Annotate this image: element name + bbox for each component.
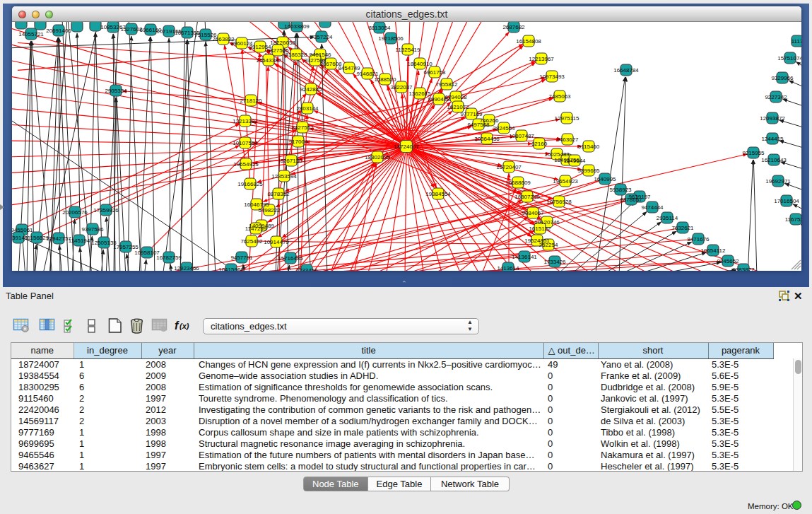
svg-text:10688609: 10688609 bbox=[505, 180, 531, 186]
svg-text:8878352: 8878352 bbox=[267, 191, 290, 197]
svg-text:9084067: 9084067 bbox=[522, 210, 544, 216]
svg-text:16782759: 16782759 bbox=[156, 255, 182, 261]
svg-text:10756928: 10756928 bbox=[546, 199, 572, 205]
svg-text:18807249: 18807249 bbox=[514, 194, 540, 200]
svg-text:11325419: 11325419 bbox=[396, 47, 421, 53]
svg-text:9227342: 9227342 bbox=[765, 94, 787, 100]
svg-text:8267130: 8267130 bbox=[280, 158, 302, 164]
svg-text:9457791: 9457791 bbox=[230, 255, 253, 261]
svg-text:19384554: 19384554 bbox=[425, 191, 451, 197]
svg-text:1244415: 1244415 bbox=[761, 136, 784, 142]
svg-text:12353594: 12353594 bbox=[271, 173, 297, 180]
svg-text:8471676: 8471676 bbox=[687, 236, 710, 243]
svg-text:9474444: 9474444 bbox=[641, 204, 664, 211]
svg-text:7357224: 7357224 bbox=[310, 34, 333, 40]
svg-text:1621072: 1621072 bbox=[447, 104, 469, 110]
svg-text:9115460: 9115460 bbox=[578, 144, 600, 150]
svg-text:1413614: 1413614 bbox=[497, 265, 519, 271]
svg-text:9463627: 9463627 bbox=[556, 136, 579, 143]
svg-text:20364436: 20364436 bbox=[474, 136, 500, 142]
svg-text:16210643: 16210643 bbox=[761, 157, 787, 163]
svg-text:1233456: 1233456 bbox=[295, 267, 318, 271]
svg-text:1849644: 1849644 bbox=[563, 158, 586, 164]
svg-text:18640910: 18640910 bbox=[407, 61, 433, 67]
svg-text:2803144: 2803144 bbox=[296, 105, 319, 112]
svg-text:1147299: 1147299 bbox=[245, 226, 267, 232]
svg-text:9215955: 9215955 bbox=[742, 150, 765, 156]
svg-text:9383827: 9383827 bbox=[732, 267, 755, 271]
svg-text:16648784: 16648784 bbox=[613, 67, 639, 74]
svg-text:9455061: 9455061 bbox=[12, 227, 33, 233]
svg-text:7485063: 7485063 bbox=[548, 93, 571, 100]
svg-text:12923466: 12923466 bbox=[174, 265, 199, 271]
svg-text:19692971: 19692971 bbox=[765, 178, 791, 185]
svg-text:1145194: 1145194 bbox=[69, 238, 90, 244]
svg-text:1640995: 1640995 bbox=[594, 176, 616, 182]
svg-text:20206576: 20206576 bbox=[62, 209, 88, 216]
svg-text:7625402: 7625402 bbox=[240, 238, 263, 245]
svg-text:3822037: 3822037 bbox=[390, 84, 413, 90]
svg-text:16543382: 16543382 bbox=[256, 57, 281, 64]
svg-text:15716485: 15716485 bbox=[278, 255, 303, 262]
svg-text:9777169: 9777169 bbox=[460, 111, 483, 117]
svg-text:12093872: 12093872 bbox=[760, 115, 785, 122]
svg-text:19654925: 19654925 bbox=[233, 161, 259, 168]
svg-text:9329966: 9329966 bbox=[771, 75, 794, 81]
svg-text:252254: 252254 bbox=[539, 242, 558, 248]
svg-text:917004: 917004 bbox=[289, 139, 308, 145]
svg-text:14055721: 14055721 bbox=[18, 31, 44, 37]
svg-text:10914479: 10914479 bbox=[264, 239, 289, 245]
svg-text:2905334: 2905334 bbox=[105, 88, 127, 94]
svg-text:2718120: 2718120 bbox=[240, 98, 262, 104]
svg-text:6961758: 6961758 bbox=[423, 69, 446, 76]
svg-text:9899695: 9899695 bbox=[577, 168, 600, 174]
svg-text:18226058: 18226058 bbox=[270, 40, 295, 46]
svg-text:19654923: 19654923 bbox=[553, 178, 578, 185]
svg-text:16033809: 16033809 bbox=[284, 23, 310, 30]
svg-text:6794028: 6794028 bbox=[445, 94, 467, 100]
svg-text:18724007: 18724007 bbox=[394, 144, 419, 150]
svg-text:10807487: 10807487 bbox=[509, 133, 534, 139]
svg-text:19218506: 19218506 bbox=[378, 35, 404, 42]
svg-text:10120746: 10120746 bbox=[534, 219, 560, 226]
svg-text:3824554: 3824554 bbox=[493, 125, 515, 132]
svg-text:10973493: 10973493 bbox=[539, 74, 565, 80]
svg-text:1733426: 1733426 bbox=[543, 259, 566, 265]
svg-text:5498222: 5498222 bbox=[258, 207, 281, 214]
svg-text:9397586: 9397586 bbox=[81, 226, 104, 233]
svg-text:10654112: 10654112 bbox=[701, 247, 726, 254]
svg-text:1167530: 1167530 bbox=[785, 216, 801, 223]
svg-text:10107554: 10107554 bbox=[233, 140, 258, 146]
svg-text:f: f bbox=[175, 320, 180, 332]
svg-text:20691406: 20691406 bbox=[46, 28, 71, 34]
svg-text:7632621: 7632621 bbox=[671, 225, 694, 231]
svg-text:7955812: 7955812 bbox=[435, 81, 458, 88]
svg-text:1117: 1117 bbox=[792, 38, 801, 45]
svg-text:17016504: 17016504 bbox=[774, 198, 799, 204]
svg-text:16154808: 16154808 bbox=[516, 38, 541, 45]
svg-text:5938923: 5938923 bbox=[609, 187, 632, 193]
svg-text:15720407: 15720407 bbox=[496, 164, 522, 170]
svg-text:9242845: 9242845 bbox=[300, 86, 322, 93]
svg-text:15751074: 15751074 bbox=[777, 55, 801, 62]
svg-text:12213967: 12213967 bbox=[529, 56, 554, 62]
svg-text:2935114: 2935114 bbox=[657, 215, 678, 221]
svg-text:1615132: 1615132 bbox=[529, 226, 551, 232]
svg-text:14136141: 14136141 bbox=[512, 254, 537, 260]
svg-text:9245652: 9245652 bbox=[717, 258, 739, 264]
svg-text:62160: 62160 bbox=[531, 141, 548, 147]
svg-text:6497568: 6497568 bbox=[467, 122, 490, 128]
svg-text:1588520: 1588520 bbox=[374, 76, 396, 83]
svg-text:18302035: 18302035 bbox=[365, 154, 390, 160]
svg-text:12213382: 12213382 bbox=[233, 118, 258, 124]
svg-text:10415968: 10415968 bbox=[218, 267, 244, 271]
svg-text:19166825: 19166825 bbox=[237, 181, 263, 187]
svg-text:2687682: 2687682 bbox=[502, 24, 525, 30]
svg-text:17359926: 17359926 bbox=[93, 207, 119, 214]
svg-text:12975115: 12975115 bbox=[555, 115, 580, 122]
svg-text:6878657: 6878657 bbox=[620, 197, 642, 203]
svg-text:8427552: 8427552 bbox=[291, 124, 314, 131]
svg-text:(x): (x) bbox=[180, 322, 189, 330]
svg-text:8813054: 8813054 bbox=[368, 25, 391, 31]
